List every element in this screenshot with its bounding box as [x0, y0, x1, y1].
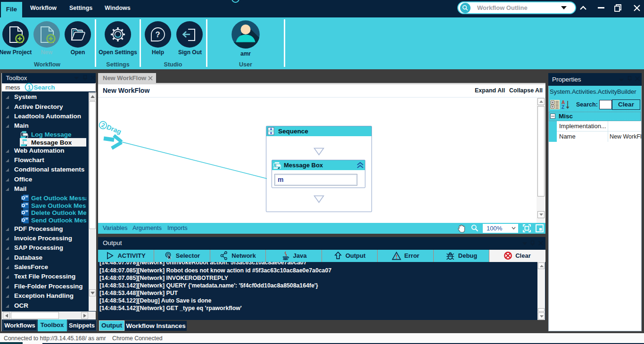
svg-text:1: 1	[27, 84, 31, 91]
svg-text:Drag: Drag	[106, 123, 123, 135]
svg-text:Search: Search	[33, 84, 55, 91]
svg-text:?: ?	[156, 30, 160, 39]
svg-text:Z: Z	[561, 105, 564, 109]
